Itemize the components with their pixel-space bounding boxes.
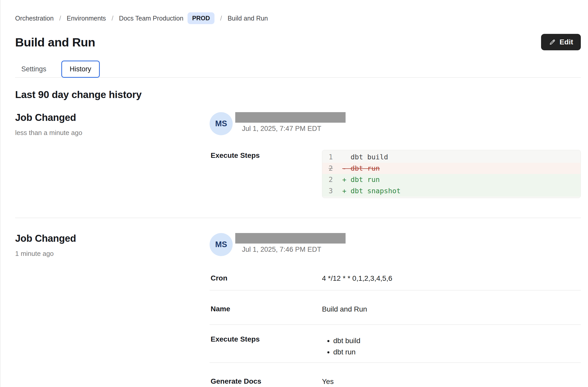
detail-value-cron: 4 */12 * * 0,1,2,3,4,5,6 [322, 274, 581, 283]
change-detail-table: Cron 4 */12 * * 0,1,2,3,4,5,6 Name Build… [210, 265, 581, 387]
change-label: Execute Steps [210, 150, 322, 198]
entry-author-row: MS Jul 1, 2025, 7:47 PM EDT [210, 112, 581, 135]
author-meta: Jul 1, 2025, 7:46 PM EDT [235, 233, 346, 254]
execute-steps-diff-block: 1 dbt build 2- dbt run 2+ dbt run 3+ dbt… [322, 150, 581, 198]
breadcrumb-item-environments[interactable]: Environments [67, 15, 106, 22]
tab-bar: Settings History [15, 61, 581, 78]
entry-timestamp: Jul 1, 2025, 7:47 PM EDT [242, 125, 346, 133]
diff-line-unchanged: 1 dbt build [322, 151, 581, 163]
diff-line-number: 2 [329, 174, 342, 185]
execute-step-item: dbt build [333, 335, 581, 346]
entry-divider [15, 218, 581, 218]
redacted-username-bar [235, 233, 346, 244]
page-header: Build and Run Edit [15, 34, 581, 50]
redacted-username-bar [235, 112, 346, 123]
avatar: MS [210, 112, 233, 135]
detail-label: Cron [210, 274, 322, 283]
diff-line-added: 3+ dbt snapshot [322, 185, 581, 197]
breadcrumb-item-current-job: Build and Run [228, 15, 268, 22]
diff-line-removed: 2- dbt run [322, 163, 581, 174]
change-row-execute-steps: Execute Steps 1 dbt build 2- dbt run 2+ … [210, 150, 581, 198]
author-meta: Jul 1, 2025, 7:47 PM EDT [235, 112, 346, 133]
history-entry: Job Changed 1 minute ago MS Jul 1, 2025,… [15, 233, 581, 387]
breadcrumb-separator: / [220, 15, 222, 22]
diff-line-added: 2+ dbt run [322, 174, 581, 185]
detail-label: Execute Steps [210, 335, 322, 358]
detail-row-generate-docs: Generate Docs Yes [210, 362, 581, 387]
detail-row-execute-steps: Execute Steps dbt build dbt run [210, 324, 581, 362]
diff-line-number: 1 [329, 151, 342, 163]
entry-summary: Job Changed 1 minute ago [15, 233, 210, 387]
avatar: MS [210, 233, 233, 256]
execute-step-item: dbt run [333, 346, 581, 358]
entry-relative-time: 1 minute ago [15, 250, 210, 258]
diff-line-code: dbt build [342, 151, 388, 163]
tab-settings[interactable]: Settings [14, 61, 54, 77]
diff-line-code: - dbt run [342, 163, 380, 174]
entry-details: MS Jul 1, 2025, 7:47 PM EDT Execute Step… [210, 112, 581, 198]
detail-row-cron: Cron 4 */12 * * 0,1,2,3,4,5,6 [210, 265, 581, 290]
diff-line-number: 3 [329, 185, 342, 197]
diff-line-code: + dbt snapshot [342, 185, 401, 197]
diff-line-number: 2 [329, 163, 342, 174]
breadcrumb-separator: / [112, 15, 113, 22]
edit-button-label: Edit [560, 38, 573, 46]
entry-details: MS Jul 1, 2025, 7:46 PM EDT Cron 4 */12 … [210, 233, 581, 387]
detail-row-name: Name Build and Run [210, 290, 581, 324]
detail-label: Name [210, 305, 322, 314]
entry-event-title: Job Changed [15, 233, 210, 244]
change-history-heading: Last 90 day change history [15, 89, 581, 100]
breadcrumb-item-environment-name[interactable]: Docs Team Production [119, 15, 183, 22]
prod-environment-badge: PROD [188, 12, 214, 24]
page: Orchestration / Environments / Docs Team… [1, 0, 588, 387]
breadcrumb: Orchestration / Environments / Docs Team… [15, 0, 581, 24]
entry-event-title: Job Changed [15, 112, 210, 123]
detail-label: Generate Docs [210, 377, 322, 386]
pencil-icon [549, 38, 556, 46]
tab-history[interactable]: History [61, 61, 100, 78]
entry-relative-time: less than a minute ago [15, 129, 210, 137]
diff-line-code: + dbt run [342, 174, 380, 185]
detail-value-generate-docs: Yes [322, 377, 581, 386]
execute-steps-list: dbt build dbt run [322, 335, 581, 358]
entry-summary: Job Changed less than a minute ago [15, 112, 210, 198]
detail-value-name: Build and Run [322, 305, 581, 314]
breadcrumb-item-orchestration[interactable]: Orchestration [15, 15, 54, 22]
detail-value-execute-steps: dbt build dbt run [322, 335, 581, 358]
edit-button[interactable]: Edit [541, 34, 581, 50]
page-title: Build and Run [15, 35, 95, 49]
entry-timestamp: Jul 1, 2025, 7:46 PM EDT [242, 246, 346, 254]
history-entry: Job Changed less than a minute ago MS Ju… [15, 112, 581, 198]
breadcrumb-separator: / [59, 15, 61, 22]
entry-author-row: MS Jul 1, 2025, 7:46 PM EDT [210, 233, 581, 256]
